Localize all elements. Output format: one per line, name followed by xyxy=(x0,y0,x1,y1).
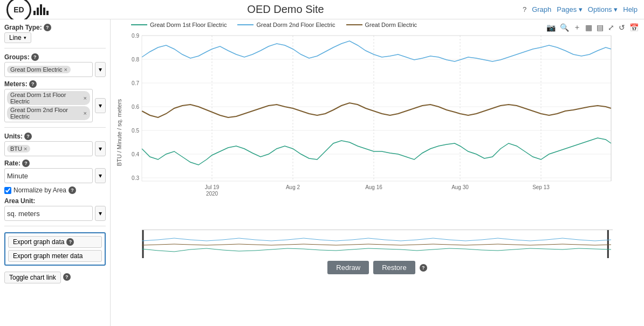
units-tag: BTU × xyxy=(7,145,30,152)
meters-dropdown-row: Great Dorm 1st Floor Electric × Great Do… xyxy=(4,89,106,122)
area-unit-input[interactable]: sq. meters xyxy=(4,206,93,221)
meters-section: Meters: ? Great Dorm 1st Floor Electric … xyxy=(4,80,106,122)
divider-1 xyxy=(4,48,106,48)
normalize-row: Normalize by Area ? xyxy=(4,186,106,194)
nav-pages-link[interactable]: Pages ▾ xyxy=(557,5,583,13)
logo-bars xyxy=(33,4,49,15)
area-unit-label: Area Unit: xyxy=(4,197,106,205)
groups-tag: Great Dorm Electric × xyxy=(7,66,71,73)
legend-item-3: Great Dorm Electric xyxy=(346,22,417,28)
svg-text:0.4: 0.4 xyxy=(132,151,139,157)
export-meter-data-btn[interactable]: Export graph meter data xyxy=(8,250,102,262)
divider-2 xyxy=(4,127,106,128)
meter-tag-1: Great Dorm 1st Floor Electric × xyxy=(7,91,90,105)
units-dropdown-row: BTU × ▾ xyxy=(4,141,106,156)
export-graph-help-icon[interactable]: ? xyxy=(66,238,74,246)
chart-container: Great Dorm 1st Floor Electric Great Dorm… xyxy=(111,19,644,326)
graph-type-dropdown[interactable]: Line ▾ xyxy=(4,32,31,43)
units-tag-remove[interactable]: × xyxy=(24,145,27,152)
meter2-remove[interactable]: × xyxy=(84,110,87,116)
svg-text:Aug 2: Aug 2 xyxy=(286,184,300,190)
logo-bar-2 xyxy=(37,8,39,15)
units-tag-input[interactable]: BTU × xyxy=(4,141,93,156)
graph-type-arrow: ▾ xyxy=(24,35,26,40)
chart-svg-wrapper: BTU / Minute / sq. meters 0.9 0.8 0.7 0.… xyxy=(115,30,640,324)
toggle-chart-row: Toggle chart link ? xyxy=(4,270,106,283)
meters-label: Meters: ? xyxy=(4,80,106,88)
svg-text:0.7: 0.7 xyxy=(132,80,139,86)
units-chevron-btn[interactable]: ▾ xyxy=(95,141,106,156)
nav-options-link[interactable]: Options ▾ xyxy=(588,5,618,13)
rate-help-icon[interactable]: ? xyxy=(22,159,30,167)
graph-type-help-icon[interactable]: ? xyxy=(44,24,51,31)
legend-item-2: Great Dorm 2nd Floor Electric xyxy=(237,22,335,28)
logo-bar-1 xyxy=(33,11,36,15)
svg-text:Sep 13: Sep 13 xyxy=(532,184,550,190)
divider-3 xyxy=(4,226,106,226)
export-graph-data-btn[interactable]: Export graph data ? xyxy=(8,236,102,248)
legend-item-1: Great Dorm 1st Floor Electric xyxy=(131,22,227,28)
sidebar: Graph Type: ? Line ▾ Groups: ? Great Dor… xyxy=(0,19,111,326)
groups-help-icon[interactable]: ? xyxy=(31,53,39,61)
normalize-checkbox[interactable] xyxy=(4,187,11,194)
bottom-help-icon[interactable]: ? xyxy=(420,264,427,272)
groups-tag-remove[interactable]: × xyxy=(64,66,67,73)
logo: ED xyxy=(6,0,49,22)
groups-dropdown-row: Great Dorm Electric × ▾ xyxy=(4,62,106,77)
export-section: Export graph data ? Export graph meter d… xyxy=(4,232,106,266)
graph-help-icon[interactable]: ? xyxy=(523,5,526,13)
svg-text:0.3: 0.3 xyxy=(132,175,139,181)
units-section: Units: ? BTU × ▾ xyxy=(4,133,106,156)
logo-bar-3 xyxy=(40,4,42,15)
svg-text:Aug 30: Aug 30 xyxy=(451,184,469,190)
rate-section: Rate: ? Minute ▾ xyxy=(4,159,106,183)
redraw-btn[interactable]: Redraw xyxy=(327,261,369,274)
mini-chart-container xyxy=(142,230,613,258)
nav-help-link[interactable]: Help xyxy=(623,5,638,13)
bottom-buttons: Redraw Restore ? xyxy=(115,258,640,276)
meters-chevron-btn[interactable]: ▾ xyxy=(95,98,106,113)
logo-circle: ED xyxy=(6,0,31,22)
meters-tag-box[interactable]: Great Dorm 1st Floor Electric × Great Do… xyxy=(4,89,93,122)
normalize-help-icon[interactable]: ? xyxy=(68,186,76,194)
logo-bar-4 xyxy=(43,8,45,15)
groups-label: Groups: ? xyxy=(4,53,106,61)
svg-text:Aug 16: Aug 16 xyxy=(365,184,382,190)
rate-label: Rate: ? xyxy=(4,159,106,167)
graph-type-section: Graph Type: ? Line ▾ xyxy=(4,24,106,43)
rate-dropdown-row: Minute ▾ xyxy=(4,168,106,183)
area-unit-section: Area Unit: sq. meters ▾ xyxy=(4,197,106,221)
svg-text:Jul 19: Jul 19 xyxy=(205,184,220,190)
site-title: OED Demo Site xyxy=(49,3,523,16)
svg-text:2020: 2020 xyxy=(206,191,218,197)
meter1-remove[interactable]: × xyxy=(84,95,87,101)
y-axis-label: BTU / Minute / sq. meters xyxy=(116,99,122,166)
graph-type-dropdown-row: Line ▾ xyxy=(4,32,106,43)
groups-tag-input[interactable]: Great Dorm Electric × xyxy=(4,62,93,77)
meter-row-2: Great Dorm 2nd Floor Electric × xyxy=(7,106,90,120)
toggle-chart-help-icon[interactable]: ? xyxy=(63,273,71,281)
legend-line-1 xyxy=(131,24,147,25)
rate-dropdown[interactable]: Minute xyxy=(4,168,93,183)
svg-text:0.9: 0.9 xyxy=(132,33,139,39)
main-chart-svg[interactable]: BTU / Minute / sq. meters 0.9 0.8 0.7 0.… xyxy=(115,30,640,230)
nav-graph-link[interactable]: Graph xyxy=(532,5,551,13)
restore-btn[interactable]: Restore xyxy=(373,261,415,274)
mini-chart-svg[interactable] xyxy=(142,230,613,258)
legend-line-3 xyxy=(346,24,362,25)
svg-text:0.8: 0.8 xyxy=(132,57,139,63)
graph-type-label: Graph Type: ? xyxy=(4,24,106,31)
area-unit-chevron-btn[interactable]: ▾ xyxy=(95,206,106,221)
units-help-icon[interactable]: ? xyxy=(24,133,32,140)
svg-text:0.6: 0.6 xyxy=(132,104,139,110)
top-nav: ED OED Demo Site ? Graph Pages ▾ Options… xyxy=(0,0,644,19)
meter-tag-2: Great Dorm 2nd Floor Electric × xyxy=(7,106,90,120)
toggle-chart-btn[interactable]: Toggle chart link xyxy=(4,272,61,283)
main-layout: Graph Type: ? Line ▾ Groups: ? Great Dor… xyxy=(0,19,644,326)
rate-chevron-btn[interactable]: ▾ xyxy=(95,168,106,183)
meters-help-icon[interactable]: ? xyxy=(29,80,37,88)
area-unit-dropdown-row: sq. meters ▾ xyxy=(4,206,106,221)
legend-line-2 xyxy=(237,24,254,25)
groups-chevron-btn[interactable]: ▾ xyxy=(95,62,106,77)
line-meter1 xyxy=(142,138,611,165)
